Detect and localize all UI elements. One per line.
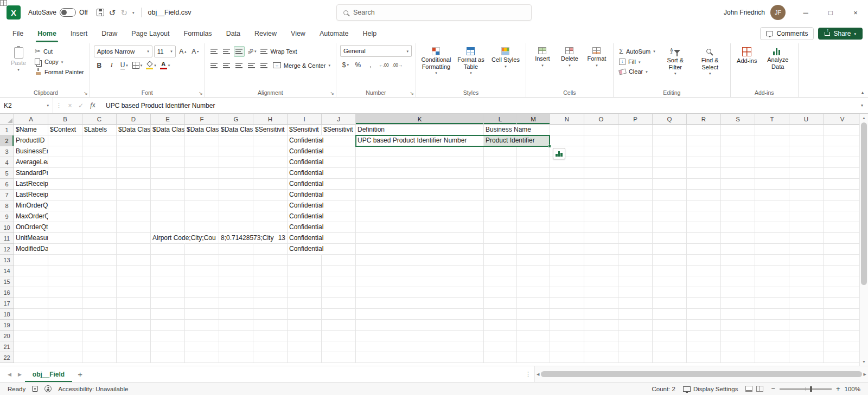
cell-S4[interactable]: [721, 157, 755, 168]
cell-A6[interactable]: LastReceiptCost: [14, 179, 48, 190]
cell-T10[interactable]: [755, 222, 789, 233]
cell-O5[interactable]: [584, 168, 618, 179]
cell-M16[interactable]: [517, 287, 550, 298]
cell-D1[interactable]: $Data Clas: [117, 125, 151, 135]
cell-O14[interactable]: [584, 266, 618, 276]
cell-A20[interactable]: [14, 331, 48, 341]
accounting-format-button[interactable]: $▾: [340, 60, 351, 70]
cell-B11[interactable]: [48, 233, 82, 244]
cell-B16[interactable]: [48, 287, 82, 298]
cell-D11[interactable]: [117, 233, 151, 244]
cell-I16[interactable]: [288, 287, 322, 298]
cell-U7[interactable]: [789, 190, 824, 200]
cell-N9[interactable]: [550, 211, 584, 222]
cell-I19[interactable]: [288, 320, 322, 331]
column-header-R[interactable]: R: [687, 114, 721, 125]
row-header-11[interactable]: 11: [0, 233, 14, 244]
cell-H18[interactable]: [253, 309, 288, 320]
cell-F18[interactable]: [185, 309, 219, 320]
cell-H21[interactable]: [253, 341, 288, 352]
normal-view-icon[interactable]: [0, 0, 7, 6]
cell-V20[interactable]: [824, 331, 859, 341]
cell-G19[interactable]: [219, 320, 253, 331]
column-header-G[interactable]: G: [219, 114, 253, 125]
cell-B19[interactable]: [48, 320, 82, 331]
cell-V7[interactable]: [824, 190, 859, 200]
cell-C6[interactable]: [82, 179, 117, 190]
column-header-C[interactable]: C: [82, 114, 117, 125]
cell-J6[interactable]: [322, 179, 356, 190]
cell-R18[interactable]: [687, 309, 721, 320]
cell-C21[interactable]: [82, 341, 117, 352]
cell-B10[interactable]: [48, 222, 82, 233]
cell-Q5[interactable]: [653, 168, 687, 179]
cell-A21[interactable]: [14, 341, 48, 352]
cell-M8[interactable]: [517, 200, 550, 211]
cell-I7[interactable]: Confidential: [288, 190, 322, 200]
row-header-7[interactable]: 7: [0, 190, 14, 200]
underline-button[interactable]: U▾: [119, 60, 130, 71]
insert-cells-button[interactable]: Insert ▾: [530, 45, 555, 67]
cell-D19[interactable]: [117, 320, 151, 331]
cell-I14[interactable]: [288, 266, 322, 276]
cell-E16[interactable]: [151, 287, 185, 298]
cell-M3[interactable]: [517, 146, 550, 157]
cell-F7[interactable]: [185, 190, 219, 200]
cell-F1[interactable]: $Data Clas: [185, 125, 219, 135]
cell-R20[interactable]: [687, 331, 721, 341]
cell-T4[interactable]: [755, 157, 789, 168]
cell-P5[interactable]: [618, 168, 653, 179]
cell-E1[interactable]: $Data Clas: [151, 125, 185, 135]
cancel-formula-icon[interactable]: ×: [65, 102, 75, 109]
cell-U12[interactable]: [789, 244, 824, 255]
cell-V13[interactable]: [824, 255, 859, 266]
cell-M6[interactable]: [517, 179, 550, 190]
cell-C3[interactable]: [82, 146, 117, 157]
cell-C7[interactable]: [82, 190, 117, 200]
cell-D13[interactable]: [117, 255, 151, 266]
format-cells-button[interactable]: Format ▾: [584, 45, 609, 67]
cell-L2[interactable]: Product Identifier: [484, 135, 550, 146]
cell-J5[interactable]: [322, 168, 356, 179]
addins-button[interactable]: Add-ins: [735, 45, 760, 64]
quick-analysis-button[interactable]: [553, 148, 565, 159]
row-header-13[interactable]: 13: [0, 255, 14, 266]
cell-J11[interactable]: [322, 233, 356, 244]
cell-U4[interactable]: [789, 157, 824, 168]
cell-J13[interactable]: [322, 255, 356, 266]
cell-C10[interactable]: [82, 222, 117, 233]
align-left-button[interactable]: [209, 60, 220, 71]
close-button[interactable]: ×: [843, 0, 868, 25]
cell-J12[interactable]: [322, 244, 356, 255]
zoom-level[interactable]: 100%: [845, 386, 860, 392]
cell-G2[interactable]: [219, 135, 253, 146]
column-header-O[interactable]: O: [584, 114, 618, 125]
cell-B6[interactable]: [48, 179, 82, 190]
excel-app-icon[interactable]: X: [7, 5, 21, 20]
cell-O22[interactable]: [584, 352, 618, 363]
italic-button[interactable]: I: [106, 60, 117, 71]
cell-J1[interactable]: $Sensitivit: [322, 125, 356, 135]
cell-E20[interactable]: [151, 331, 185, 341]
cell-P8[interactable]: [618, 200, 653, 211]
cell-R3[interactable]: [687, 146, 721, 157]
cell-H1[interactable]: $Sensitivit: [253, 125, 288, 135]
cell-B7[interactable]: [48, 190, 82, 200]
cell-S16[interactable]: [721, 287, 755, 298]
cell-V8[interactable]: [824, 200, 859, 211]
cell-S2[interactable]: [721, 135, 755, 146]
cell-C18[interactable]: [82, 309, 117, 320]
cell-F17[interactable]: [185, 298, 219, 309]
cell-R19[interactable]: [687, 320, 721, 331]
cell-I21[interactable]: [288, 341, 322, 352]
column-header-H[interactable]: H: [253, 114, 288, 125]
cell-K22[interactable]: [356, 352, 484, 363]
cell-P12[interactable]: [618, 244, 653, 255]
cell-C17[interactable]: [82, 298, 117, 309]
cell-M19[interactable]: [517, 320, 550, 331]
cell-M18[interactable]: [517, 309, 550, 320]
cell-G21[interactable]: [219, 341, 253, 352]
column-header-V[interactable]: V: [824, 114, 859, 125]
cell-Q7[interactable]: [653, 190, 687, 200]
cell-L8[interactable]: [484, 200, 517, 211]
